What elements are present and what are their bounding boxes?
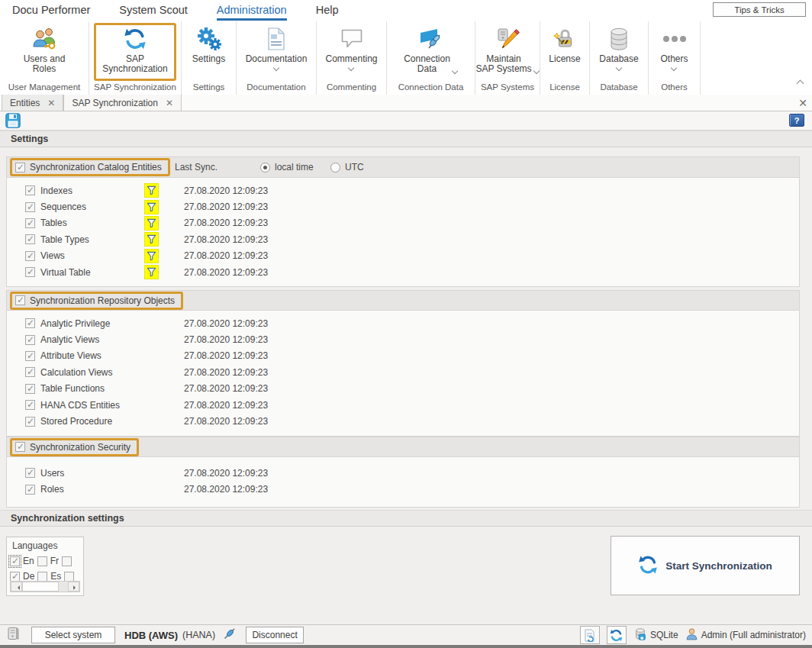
close-pane-icon[interactable]: ✕ [798,97,807,109]
row-checkbox[interactable] [25,234,35,244]
row-checkbox[interactable] [25,417,35,427]
ribbon-group-commenting: Commenting Commenting [317,21,387,95]
row-checkbox[interactable] [25,351,35,361]
language-es-checkbox[interactable] [37,572,47,582]
menu-help[interactable]: Help [316,4,339,18]
row-checkbox[interactable] [25,335,35,345]
disconnect-button[interactable]: Disconnect [246,627,304,643]
tab-close-icon[interactable]: ✕ [47,99,55,107]
filter-icon[interactable] [144,183,159,198]
gears-icon [196,25,222,53]
filter-icon[interactable] [144,249,159,263]
languages-panel: Languages En Fr De [6,537,84,596]
last-sync-timestamp: 27.08.2020 12:09:23 [184,218,799,228]
documentation-button[interactable]: Documentation [237,21,316,81]
row-checkbox[interactable] [25,468,35,478]
language-es[interactable]: Es [37,571,61,582]
database-status: SQLite [633,627,678,643]
speech-bubble-icon [340,25,363,53]
system-drive-icon [6,627,21,644]
language-clipped[interactable] [64,572,74,582]
filter-icon[interactable] [144,200,159,214]
tips-tricks-button[interactable]: Tips & Tricks [713,2,806,17]
catalog-entities-checkbox[interactable] [15,163,25,172]
radio-local-time-control[interactable] [260,163,270,172]
row-checkbox[interactable] [25,485,35,495]
language-fr-checkbox[interactable] [37,556,47,566]
security-row-roles: Roles 27.08.2020 12:09:23 [7,481,799,497]
commenting-button[interactable]: Commenting [317,21,386,81]
user-status: Admin (Full administrator) [685,627,806,643]
start-synchronization-label: Start Synchronization [665,560,772,572]
radio-utc-control[interactable] [330,163,340,172]
others-button[interactable]: Others [649,21,700,81]
row-checkbox[interactable] [25,384,35,394]
ribbon-caption-documentation: Documentation [237,81,316,95]
filter-icon[interactable] [144,232,159,247]
row-checkbox[interactable] [25,267,35,277]
languages-title: Languages [7,537,83,553]
row-checkbox[interactable] [25,218,35,228]
row-checkbox[interactable] [25,185,35,195]
language-de[interactable]: De [10,571,34,582]
language-checkbox[interactable] [62,556,72,566]
select-system-button[interactable]: Select system [31,627,115,643]
save-icon[interactable] [5,113,21,128]
users-and-roles-button[interactable]: Users and Roles [0,21,89,81]
catalog-row-indexes: Indexes 27.08.2020 12:09:23 [7,182,799,198]
language-fr[interactable]: Fr [37,556,59,566]
maintain-sap-systems-button[interactable]: Maintain SAP Systems [475,21,540,81]
language-en[interactable]: En [10,556,34,566]
scrollbar-thumb[interactable] [22,582,59,592]
row-checkbox[interactable] [25,318,35,328]
tab-close-icon[interactable]: ✕ [166,99,173,107]
last-sync-timestamp: 27.08.2020 12:09:23 [184,201,799,212]
catalog-row-views: Views 27.08.2020 12:09:23 [7,248,799,264]
last-sync-label: Last Sync. [175,162,218,172]
start-synchronization-button[interactable]: Start Synchronization [611,536,800,595]
radio-utc[interactable]: UTC [330,162,364,172]
scroll-right-icon[interactable] [68,582,79,592]
connection-pen-icon[interactable] [223,627,237,643]
maintain-sap-systems-label: Maintain SAP Systems [475,54,531,74]
ribbon-caption-others: Others [649,81,700,95]
scroll-left-icon[interactable] [11,582,22,592]
language-checkbox[interactable] [64,572,74,582]
content-panel: Synchronization Catalog Entities Last Sy… [0,147,812,624]
filter-icon[interactable] [144,216,159,231]
license-label: License [549,54,580,64]
radio-local-time[interactable]: local time [260,162,314,172]
ribbon-collapse-icon[interactable] [797,79,804,85]
languages-scrollbar[interactable] [10,581,80,592]
sync-settings-band-title: Synchronization settings [0,510,812,527]
help-book-icon[interactable] [789,114,804,127]
document-icon [266,25,286,53]
language-en-checkbox[interactable] [10,556,20,566]
repository-objects-checkbox[interactable] [15,295,25,305]
tab-entities[interactable]: Entities ✕ [2,95,63,111]
last-sync-timestamp: 27.08.2020 12:09:23 [184,367,799,378]
row-checkbox[interactable] [25,367,35,377]
database-button[interactable]: Database [590,21,648,81]
language-clipped[interactable] [62,556,72,566]
security-checkbox[interactable] [15,442,25,452]
report-document-button[interactable] [580,626,600,644]
language-de-checkbox[interactable] [10,572,20,582]
menu-docu-performer[interactable]: Docu Performer [12,4,90,18]
row-checkbox[interactable] [25,202,35,212]
settings-button[interactable]: Settings [182,21,236,81]
catalog-row-sequences: Sequences 27.08.2020 12:09:23 [7,198,799,214]
sap-synchronization-button[interactable]: SAP Synchronization [94,23,176,81]
sap-sync-icon [124,25,147,53]
row-checkbox[interactable] [25,251,35,261]
sync-status-button[interactable] [607,626,627,644]
license-button[interactable]: License [540,21,589,81]
catalog-entities-label: Synchronization Catalog Entities [30,162,162,172]
connection-data-button[interactable]: Connection Data [387,21,475,81]
tab-sap-synchronization[interactable]: SAP Synchronization ✕ [63,95,182,111]
filter-icon[interactable] [144,265,159,279]
last-sync-timestamp: 27.08.2020 12:09:23 [184,416,799,427]
row-checkbox[interactable] [25,400,35,410]
menu-system-scout[interactable]: System Scout [119,4,187,18]
menu-administration[interactable]: Administration [217,4,287,21]
